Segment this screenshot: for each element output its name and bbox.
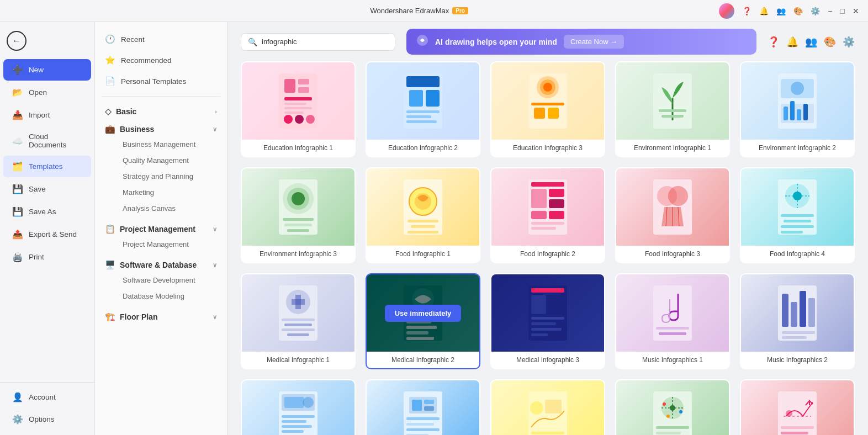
middle-item-personal[interactable]: 📄 Personal Templates — [95, 71, 227, 92]
template-card-tech1[interactable]: Technology Infographics 1 — [366, 379, 480, 435]
header-theme-button[interactable]: 🎨 — [824, 36, 836, 48]
close-button[interactable]: ✕ — [853, 3, 859, 19]
sub-strategy[interactable]: Strategy and Planning — [120, 168, 217, 184]
sidebar-item-save[interactable]: 💾 Save — [3, 178, 91, 200]
template-card-music2[interactable]: Music Infographics 2 — [740, 273, 855, 369]
svg-rect-72 — [781, 225, 814, 228]
template-card-edu1[interactable]: Education Infographic 1 — [241, 61, 356, 157]
sidebar-item-options[interactable]: ⚙️ Options — [3, 409, 91, 430]
section-floorplan-header[interactable]: 🏗️ Floor Plan ∨ — [105, 312, 217, 322]
search-input[interactable] — [262, 38, 388, 46]
svg-rect-71 — [784, 220, 811, 222]
template-card-med1[interactable]: Medical Infographic 1 — [241, 273, 356, 369]
template-card-food2[interactable]: Food Infographic 2 — [490, 167, 605, 263]
section-project-header[interactable]: 📋 Project Management ∨ — [105, 224, 217, 234]
svg-rect-14 — [409, 90, 423, 107]
settings-button[interactable]: ⚙️ — [811, 3, 820, 19]
app-title: Wondershare EdrawMax — [370, 7, 449, 15]
middle-item-recommended[interactable]: ⭐ Recommended — [95, 50, 227, 71]
sidebar-item-saveas[interactable]: 💾 Save As — [3, 201, 91, 222]
sidebar-item-account[interactable]: 👤 Account — [3, 386, 91, 408]
sidebar-item-templates[interactable]: 🗂️ Templates — [3, 156, 91, 177]
theme-button[interactable]: 🎨 — [793, 3, 803, 19]
template-card-edu3[interactable]: Education Infographic 3 — [490, 61, 605, 157]
template-card-food4[interactable]: Food Infographic 4 — [740, 167, 855, 263]
template-card-env3[interactable]: Environment Infographic 3 — [241, 167, 356, 263]
template-card-tour1[interactable]: Tourism Infographic 1 — [490, 379, 605, 435]
sidebar-item-open[interactable]: 📂 Open — [3, 82, 91, 103]
template-label-env2: Environment Infographic 2 — [741, 140, 854, 156]
sidebar-item-print[interactable]: 🖨️ Print — [3, 246, 91, 268]
svg-point-141 — [786, 410, 792, 417]
account-icon: 👤 — [12, 392, 23, 402]
user-avatar[interactable] — [719, 3, 734, 19]
personal-icon: 📄 — [105, 76, 115, 86]
notification-button[interactable]: 🔔 — [759, 3, 769, 19]
template-card-edu2[interactable]: Education Infographic 2 — [366, 61, 480, 157]
header-settings-button[interactable]: ⚙️ — [843, 36, 855, 48]
sub-sw-dev[interactable]: Software Development — [120, 272, 217, 288]
header-team-button[interactable]: 👥 — [805, 36, 817, 48]
sub-marketing[interactable]: Marketing — [120, 184, 217, 200]
template-card-tour3[interactable]: Tourism Infographic 3 — [615, 379, 730, 435]
ai-banner[interactable]: AI drawing helps open your mind Create N… — [406, 29, 756, 55]
template-card-news1[interactable]: News Infographics 1 — [241, 379, 356, 435]
use-immediately-button-med2[interactable]: Use immediately — [385, 305, 462, 322]
template-card-med2[interactable]: Use immediately Medical Infographic 2 — [366, 273, 480, 369]
svg-point-126 — [530, 401, 543, 415]
section-software-header[interactable]: 🖥️ Software & Database ∨ — [105, 260, 217, 270]
template-card-food1[interactable]: Food Infographic 1 — [366, 167, 480, 263]
open-icon: 📂 — [12, 87, 23, 98]
print-icon: 🖨️ — [12, 252, 23, 262]
template-label-edu2: Education Infographic 2 — [367, 140, 479, 156]
sub-business-mgmt[interactable]: Business Management — [120, 136, 217, 152]
svg-point-135 — [679, 410, 682, 413]
template-label-med1: Medical Infographic 1 — [242, 352, 354, 368]
sub-quality-mgmt[interactable]: Quality Management — [120, 152, 217, 168]
window-controls[interactable]: ❓ 🔔 👥 🎨 ⚙️ − □ ✕ — [719, 3, 859, 19]
template-card-med3[interactable]: Medical Infographic 3 — [490, 273, 605, 369]
svg-rect-120 — [406, 417, 440, 420]
saveas-icon: 💾 — [12, 206, 23, 217]
template-thumb-tour3 — [616, 380, 729, 435]
sidebar-back[interactable]: ← — [0, 26, 94, 55]
main-header: 🔍 AI drawing helps open your mind Create… — [227, 22, 868, 61]
header-notification-button[interactable]: 🔔 — [786, 36, 798, 48]
template-thumb-med2: Use immediately — [367, 274, 479, 352]
sub-project-mgmt[interactable]: Project Management — [120, 236, 217, 252]
help-button[interactable]: ❓ — [742, 3, 751, 19]
create-now-button[interactable]: Create Now → — [564, 35, 624, 49]
template-thumb-food2 — [491, 168, 604, 246]
floorplan-icon: 🏗️ — [105, 312, 115, 322]
sidebar-item-new[interactable]: ➕ New — [3, 59, 91, 81]
team-button[interactable]: 👥 — [776, 3, 786, 19]
template-card-env1[interactable]: Environment Infographic 1 — [615, 61, 730, 157]
template-thumb-tech1 — [367, 380, 479, 435]
section-basic-header[interactable]: ◇ Basic › — [105, 107, 217, 116]
sidebar-item-cloud[interactable]: ☁️ Cloud Documents — [3, 127, 91, 155]
svg-rect-47 — [407, 220, 438, 222]
template-thumb-music1 — [616, 274, 729, 352]
template-thumb-env3 — [242, 168, 354, 246]
svg-rect-52 — [531, 189, 547, 208]
back-button[interactable]: ← — [7, 31, 27, 51]
template-label-med3: Medical Infographic 3 — [491, 352, 604, 368]
template-card-tour4[interactable]: Tourism Infographic 4 — [740, 379, 855, 435]
svg-rect-109 — [282, 415, 315, 418]
header-help-button[interactable]: ❓ — [768, 36, 780, 48]
section-basic[interactable]: ◇ Basic › — [95, 101, 227, 119]
template-card-music1[interactable]: Music Infographics 1 — [615, 273, 730, 369]
search-bar[interactable]: 🔍 — [241, 33, 395, 51]
sidebar-item-export[interactable]: 📤 Export & Send — [3, 224, 91, 245]
svg-point-22 — [543, 83, 552, 92]
section-business-header[interactable]: 💼 Business ∨ — [105, 124, 217, 134]
svg-rect-58 — [531, 227, 556, 230]
template-card-env2[interactable]: Environment Infographic 2 — [740, 61, 855, 157]
sub-analysis[interactable]: Analysis Canvas — [120, 200, 217, 216]
sub-db-modeling[interactable]: Database Modeling — [120, 288, 217, 304]
minimize-button[interactable]: − — [828, 3, 832, 19]
sidebar-item-import[interactable]: 📥 Import — [3, 104, 91, 126]
middle-item-recent[interactable]: 🕐 Recent — [95, 29, 227, 50]
maximize-button[interactable]: □ — [840, 3, 845, 19]
template-card-food3[interactable]: Food Infographic 3 — [615, 167, 730, 263]
